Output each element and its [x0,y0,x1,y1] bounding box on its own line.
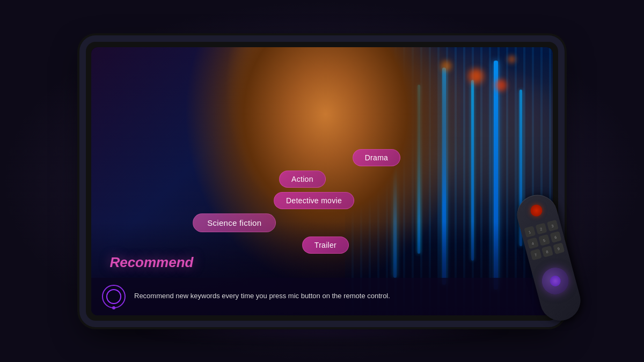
remote-btn-3[interactable]: 3 [546,219,558,231]
remote-btn-7[interactable]: 7 [530,248,541,260]
chips-area: Drama Action Detective movie Science fic… [193,149,423,256]
scifi-row: Science fiction [193,213,423,232]
detective-row: Detective movie [193,192,423,209]
remote-btn-2[interactable]: 2 [535,223,547,234]
action-chip[interactable]: Action [279,171,326,188]
remote-power-button[interactable] [529,203,544,218]
mic-icon-inner [106,289,121,304]
bokeh-3 [495,79,507,91]
detective-chip[interactable]: Detective movie [274,192,354,209]
remote-btn-5[interactable]: 5 [538,234,550,246]
status-bar: Recommend new keywords every time you pr… [91,278,553,315]
remote-btn-8[interactable]: 8 [541,246,553,257]
tv-screen: Recommend Drama Action Detective movie [91,47,553,315]
remote-number-grid: 1 2 3 4 5 6 7 8 9 [524,219,565,260]
scifi-chip[interactable]: Science fiction [193,213,276,232]
tv-container: Recommend Drama Action Detective movie [80,36,564,326]
bokeh-1 [469,69,484,84]
tv-glow [129,321,515,337]
trailer-chip[interactable]: Trailer [302,237,349,254]
drama-row: Drama [193,149,423,166]
bokeh-4 [508,55,516,63]
remote-nav-center[interactable] [548,274,561,287]
drama-chip[interactable]: Drama [353,149,401,166]
remote-btn-4[interactable]: 4 [527,237,539,249]
recommend-ui: Recommend [109,254,193,275]
remote-btn-9[interactable]: 9 [553,242,565,254]
mic-icon [102,285,126,308]
recommend-label: Recommend [109,254,193,271]
status-text: Recommend new keywords every time you pr… [134,291,390,301]
remote-btn-6[interactable]: 6 [550,231,561,243]
action-row: Action [193,171,423,188]
trailer-row: Trailer [193,237,423,254]
remote-btn-1[interactable]: 1 [524,226,536,238]
mic-dot [112,306,115,309]
tv-frame: Recommend Drama Action Detective movie [86,42,558,321]
remote-nav-ring[interactable] [539,264,572,297]
